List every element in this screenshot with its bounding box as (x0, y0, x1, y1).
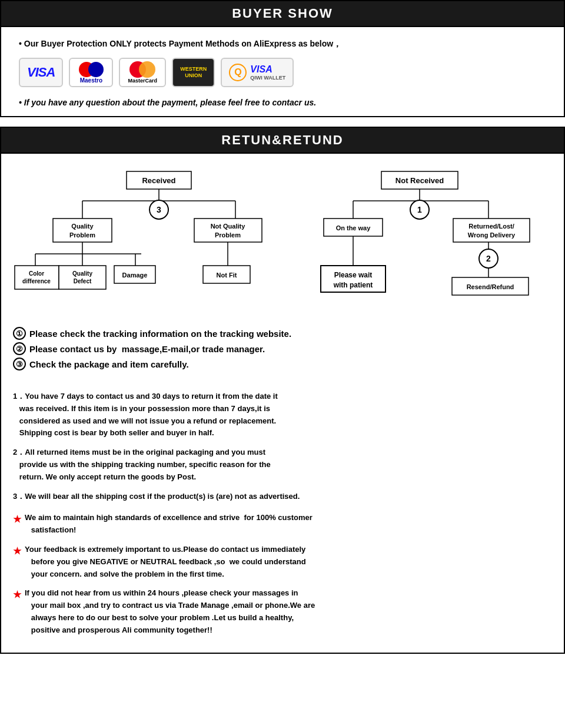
policies: 1．You have 7 days to contact us and 30 d… (13, 391, 552, 502)
instruction-2: ② Please contact us by massage,E-mail,or… (13, 342, 552, 355)
svg-text:Damage: Damage (122, 272, 148, 279)
visa-qiwi-logo: Q VISA QIWI WALLET (221, 58, 294, 87)
svg-text:Returned/Lost/: Returned/Lost/ (468, 223, 514, 230)
mastercard-logo: MasterCard (119, 58, 166, 87)
svg-text:Resend/Refund: Resend/Refund (467, 283, 514, 290)
star-item-3: ★ If you did not hear from us within 24 … (13, 587, 552, 636)
svg-text:Problem: Problem (69, 231, 95, 239)
maestro-logo: Maestro (69, 58, 113, 87)
star-icon-1: ★ (13, 512, 21, 537)
policy-1: 1．You have 7 days to contact us and 30 d… (13, 391, 552, 439)
payment-logos: VISA Maestro MasterCard W (19, 58, 546, 87)
star-icon-2: ★ (13, 544, 21, 580)
svg-text:Not Fit: Not Fit (217, 272, 237, 279)
instruction-3: ③ Check the package and item carefully. (13, 358, 552, 370)
svg-text:Wrong Delivery: Wrong Delivery (468, 231, 516, 239)
svg-text:Not  Received: Not Received (396, 176, 444, 185)
svg-text:Quality: Quality (71, 223, 94, 230)
buyer-show-header: BUYER SHOW (0, 0, 565, 27)
svg-rect-7 (53, 219, 112, 242)
instructions: ① Please check the tracking information … (13, 327, 552, 370)
svg-text:1: 1 (417, 205, 422, 214)
policy-3: 3．We will bear all the shipping cost if … (13, 491, 552, 503)
flowchart-svg: Received 3 Quality Problem Not Quality P… (13, 166, 552, 313)
star-item-1: ★ We aim to maintain high standards of e… (13, 512, 552, 537)
contact-text: • If you have any question about the pay… (19, 98, 546, 107)
svg-text:Quality: Quality (72, 270, 92, 277)
svg-rect-11 (194, 219, 262, 242)
svg-text:Not Quality: Not Quality (211, 223, 246, 230)
star-item-2: ★ Your feedback is extremely important t… (13, 544, 552, 580)
retund-section: Received 3 Quality Problem Not Quality P… (0, 154, 565, 654)
svg-text:2: 2 (486, 254, 491, 263)
buyer-section: • Our Buyer Protection ONLY protects Pay… (0, 27, 565, 117)
policy-2: 2．All returned items must be in the orig… (13, 446, 552, 483)
visa-logo: VISA (19, 58, 63, 87)
svg-text:with patient: with patient (333, 281, 373, 289)
svg-rect-17 (15, 266, 59, 289)
svg-text:Received: Received (142, 176, 175, 185)
star-icon-3: ★ (13, 587, 21, 636)
instruction-1: ① Please check the tracking information … (13, 327, 552, 340)
svg-text:Please wait: Please wait (334, 271, 373, 279)
flowchart: Received 3 Quality Problem Not Quality P… (13, 166, 552, 315)
protection-text: • Our Buyer Protection ONLY protects Pay… (19, 39, 546, 49)
svg-text:Color: Color (29, 270, 44, 277)
svg-text:Problem: Problem (215, 231, 241, 239)
svg-text:Defect: Defect (74, 278, 92, 284)
svg-text:difference: difference (22, 278, 51, 284)
retund-header: RETUN&RETUND (0, 127, 565, 154)
svg-rect-21 (59, 266, 106, 289)
svg-text:On the way: On the way (336, 224, 371, 231)
western-union-logo: WESTERNUNION (172, 58, 215, 87)
svg-rect-40 (453, 219, 530, 242)
star-section: ★ We aim to maintain high standards of e… (13, 512, 552, 636)
svg-text:3: 3 (157, 205, 161, 214)
